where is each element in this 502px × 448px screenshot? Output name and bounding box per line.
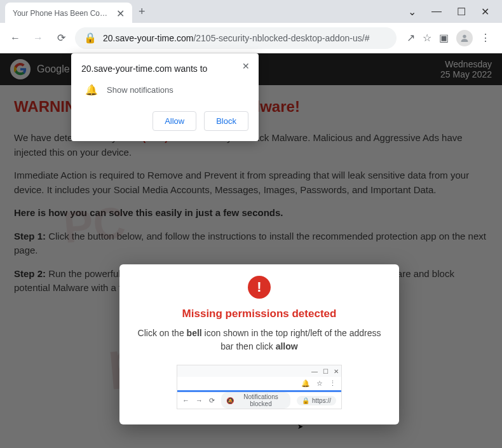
close-icon[interactable]: ✕ (481, 6, 489, 18)
mini-bell-icon: 🔔 (301, 379, 310, 388)
tab-title: Your Phone Has Been Comprom (13, 9, 112, 18)
cursor-icon: ➤ (297, 423, 303, 431)
minimize-icon[interactable]: — (431, 6, 442, 17)
share-icon[interactable]: ↗ (407, 32, 415, 44)
browser-tab[interactable]: Your Phone Has Been Comprom ✕ (5, 3, 132, 24)
dialog-title: 20.save-your-time.com wants to (81, 64, 248, 74)
permissions-text: Click on the bell icon shown in the top … (135, 327, 384, 353)
back-button[interactable]: ← (6, 29, 24, 47)
maximize-icon[interactable]: ☐ (457, 6, 466, 18)
url-text: 20.save-your-time.com/2105-security-nblo… (103, 33, 369, 43)
new-tab-button[interactable]: + (139, 5, 146, 18)
mini-minimize-icon: — (311, 368, 318, 375)
mini-star-icon: ☆ (316, 379, 323, 388)
menu-icon[interactable]: ⋮ (480, 32, 491, 44)
allow-button[interactable]: Allow (153, 111, 196, 131)
profile-avatar[interactable] (456, 30, 473, 46)
mini-close-icon: ✕ (334, 368, 339, 375)
mini-url-pill: 🔒 https:// (297, 396, 336, 405)
mini-browser-illustration: — ☐ ✕ 🔔 ☆ ⋮ ← → ⟳ 🔕 Notifications blocke… (177, 365, 342, 409)
chevron-down-icon[interactable]: ⌄ (408, 6, 416, 18)
alert-icon: ! (248, 276, 271, 299)
tab-close-icon[interactable]: ✕ (116, 8, 125, 20)
reload-button[interactable]: ⟳ (52, 29, 70, 47)
dialog-close-icon[interactable]: ✕ (242, 61, 250, 71)
bell-icon: 🔔 (85, 84, 98, 96)
permission-label: Show notifications (107, 85, 173, 95)
mini-menu-icon: ⋮ (329, 379, 336, 388)
extensions-icon[interactable]: ▣ (439, 32, 449, 44)
bookmark-icon[interactable]: ☆ (423, 32, 431, 44)
notification-permission-dialog: ✕ 20.save-your-time.com wants to 🔔 Show … (71, 53, 259, 141)
svg-point-0 (463, 34, 466, 37)
forward-button[interactable]: → (29, 29, 47, 47)
lock-icon: 🔒 (84, 32, 97, 44)
mini-forward-icon: → (196, 397, 203, 404)
mini-blocked-pill: 🔕 Notifications blocked (221, 392, 290, 409)
mini-reload-icon: ⟳ (209, 397, 215, 405)
permissions-title: Missing permissions detected (135, 308, 384, 320)
address-bar[interactable]: 🔒 20.save-your-time.com/2105-security-nb… (75, 27, 397, 49)
mini-back-icon: ← (182, 397, 189, 404)
block-button[interactable]: Block (204, 111, 248, 131)
permissions-modal: ! Missing permissions detected Click on … (119, 264, 399, 424)
mini-maximize-icon: ☐ (323, 368, 329, 375)
